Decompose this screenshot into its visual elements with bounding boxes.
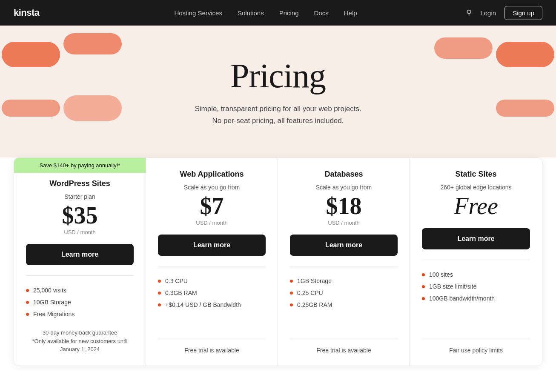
features-webapps: 0.3 CPU 0.3GB RAM +$0.14 USD / GB Bandwi… — [158, 275, 266, 311]
feature-item: 0.25 CPU — [290, 287, 398, 299]
hero-subtitle-line2: No per-seat pricing, all features includ… — [195, 115, 361, 126]
nav-links: Hosting Services Solutions Pricing Docs … — [65, 9, 467, 17]
learn-more-databases[interactable]: Learn more — [290, 235, 398, 256]
divider-databases — [290, 266, 398, 266]
feature-item: 1GB size limit/site — [422, 280, 530, 292]
feature-item: 100 sites — [422, 269, 530, 280]
plan-price-unit-databases: USD / month — [290, 220, 398, 226]
signup-button[interactable]: Sign up — [504, 6, 542, 20]
divider-wordpress — [26, 275, 134, 276]
bullet-icon — [26, 289, 29, 292]
free-trial-databases: Free trial is available — [290, 338, 398, 354]
nav-pricing[interactable]: Pricing — [279, 9, 299, 17]
bullet-icon — [290, 303, 293, 306]
plan-tagline-static: 260+ global edge locations — [422, 184, 530, 191]
feature-item: 100GB bandwidth/month — [422, 292, 530, 304]
plan-price-static: Free — [454, 193, 498, 219]
features-wordpress: 25,000 visits 10GB Storage Free Migratio… — [26, 284, 134, 320]
feature-item: 1GB Storage — [290, 275, 398, 287]
feature-item: Free Migrations — [26, 308, 134, 320]
bullet-icon — [26, 301, 29, 304]
plan-tagline-databases: Scale as you go from — [290, 184, 398, 191]
learn-more-webapps[interactable]: Learn more — [158, 235, 266, 256]
navbar: kinsta Hosting Services Solutions Pricin… — [0, 0, 556, 26]
bullet-icon — [158, 303, 161, 306]
feature-item: 0.3 CPU — [158, 275, 266, 287]
free-trial-webapps: Free trial is available — [158, 338, 266, 354]
bullet-icon — [422, 297, 425, 300]
plan-webapps: Web Applications Scale as you go from $7… — [146, 158, 278, 366]
plan-name-databases: Databases — [290, 170, 398, 179]
bullet-icon — [422, 273, 425, 276]
bullet-icon — [158, 280, 161, 283]
plan-price-wordpress: $35 — [62, 202, 98, 229]
plan-tagline-webapps: Scale as you go from — [158, 184, 266, 191]
search-icon[interactable]: ⚲ — [466, 8, 472, 17]
plan-price-webapps: $7 — [200, 193, 224, 219]
learn-more-static[interactable]: Learn more — [422, 228, 530, 249]
plan-tagline-wordpress: Starter plan — [26, 193, 134, 200]
fair-use-static: Fair use policy limits — [422, 338, 530, 354]
hero-subtitle-line1: Simple, transparent pricing for all your… — [195, 103, 361, 114]
divider-webapps — [158, 266, 266, 266]
pricing-section: Save $140+ by paying annually!* WordPres… — [0, 157, 556, 392]
bullet-icon — [290, 292, 293, 295]
plan-price-unit-wordpress: USD / month — [26, 229, 134, 235]
nav-solutions[interactable]: Solutions — [238, 9, 264, 17]
plan-price-unit-webapps: USD / month — [158, 220, 266, 226]
plan-price-databases: $18 — [326, 193, 362, 219]
bullet-icon — [158, 292, 161, 295]
plan-name-webapps: Web Applications — [158, 170, 266, 179]
nav-help[interactable]: Help — [344, 9, 357, 17]
hero-content: Pricing Simple, transparent pricing for … — [195, 57, 361, 126]
feature-item: 0.25GB RAM — [290, 299, 398, 311]
feature-item: 10GB Storage — [26, 296, 134, 308]
bullet-icon — [290, 280, 293, 283]
nav-actions: ⚲ Login Sign up — [466, 6, 542, 20]
features-databases: 1GB Storage 0.25 CPU 0.25GB RAM — [290, 275, 398, 311]
feature-item: 0.3GB RAM — [158, 287, 266, 299]
features-static: 100 sites 1GB size limit/site 100GB band… — [422, 269, 530, 304]
feature-item: +$0.14 USD / GB Bandwidth — [158, 299, 266, 311]
nav-hosting-services[interactable]: Hosting Services — [174, 9, 222, 17]
plan-footer-wordpress: 30-day money back guarantee *Only availa… — [26, 329, 134, 354]
feature-item: 25,000 visits — [26, 284, 134, 296]
bullet-icon — [422, 285, 425, 288]
save-badge: Save $140+ by paying annually!* — [14, 158, 146, 173]
bullet-icon — [26, 313, 29, 316]
plan-wordpress: Save $140+ by paying annually!* WordPres… — [14, 158, 146, 366]
plan-name-wordpress: WordPress Sites — [26, 179, 134, 188]
plan-static: Static Sites 260+ global edge locations … — [410, 158, 542, 366]
site-logo[interactable]: kinsta — [14, 7, 40, 18]
page-title: Pricing — [195, 57, 361, 95]
divider-static — [422, 260, 530, 260]
learn-more-wordpress[interactable]: Learn more — [26, 244, 134, 265]
plan-databases: Databases Scale as you go from $18 USD /… — [278, 158, 410, 366]
hero-banner: Pricing Simple, transparent pricing for … — [0, 26, 556, 157]
plan-name-static: Static Sites — [422, 170, 530, 179]
pricing-grid: Save $140+ by paying annually!* WordPres… — [14, 157, 542, 366]
nav-docs[interactable]: Docs — [314, 9, 329, 17]
login-link[interactable]: Login — [480, 9, 496, 17]
